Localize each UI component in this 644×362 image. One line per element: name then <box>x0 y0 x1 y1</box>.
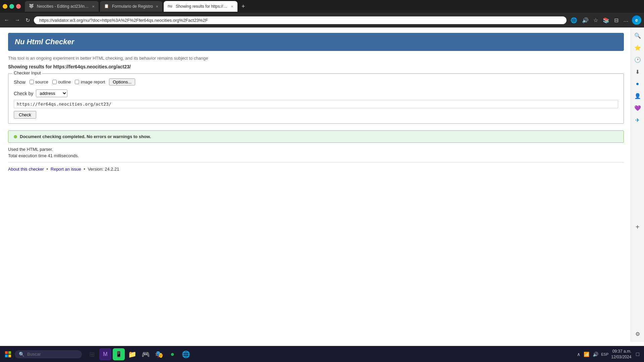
sidebar-history-button[interactable]: 🕐 <box>632 54 643 65</box>
sidebar-settings-bottom-button[interactable]: ⚙ <box>632 328 643 339</box>
notification-button[interactable]: □ <box>634 351 641 358</box>
taskbar-time: 09:37 a.m. <box>611 349 631 354</box>
tab-label-neocities: Neocities - Editing act23/index.h... <box>37 4 89 9</box>
forward-button[interactable]: → <box>13 16 21 24</box>
minimize-button[interactable] <box>3 4 7 9</box>
tab-neocities[interactable]: 🐺 Neocities - Editing act23/index.h... ✕ <box>25 1 99 12</box>
outline-checkbox-label[interactable]: outline <box>52 79 71 84</box>
checker-input-legend: Checker Input <box>12 70 42 75</box>
taskbar-outlook[interactable]: M <box>99 348 111 360</box>
check-by-label: Check by <box>14 91 33 96</box>
url-input[interactable] <box>14 100 618 108</box>
taskbar-search-box[interactable]: 🔍 <box>15 350 82 358</box>
read-aloud-button[interactable]: 🔊 <box>581 16 590 25</box>
outline-checkbox[interactable] <box>52 80 57 84</box>
checker-input-box: Checker Input Show source outline image … <box>8 73 624 124</box>
sidebar-telegram-button[interactable]: ✈ <box>632 115 643 125</box>
taskbar-edge[interactable]: 🌐 <box>180 348 192 360</box>
taskbar-whatsapp[interactable]: 📱 <box>113 348 125 360</box>
address-bar-row: ← → ↻ 🌐 🔊 ☆ 📚 ⊟ … e <box>0 13 644 27</box>
tab-favicon-formulario: 📋 <box>104 4 109 9</box>
taskbar-clock[interactable]: 09:37 a.m. 12/03/2024 <box>611 349 631 360</box>
footer-links: About this checker • Report an issue • V… <box>8 167 624 172</box>
tab-bar: 🐺 Neocities - Editing act23/index.h... ✕… <box>0 0 644 13</box>
image-report-checkbox-label[interactable]: image report <box>75 79 105 84</box>
svg-rect-0 <box>5 351 8 354</box>
sidebar-apps-button[interactable]: ● <box>632 78 643 89</box>
exec-time-text: Total execution time 41 milliseconds. <box>8 153 624 158</box>
edge-profile-icon[interactable]: e <box>632 15 641 25</box>
taskbar-discord[interactable]: 🎭 <box>153 348 165 360</box>
close-button[interactable] <box>16 4 21 9</box>
translate-button[interactable]: 🌐 <box>569 16 579 25</box>
footer-divider <box>8 162 624 163</box>
sidebar-downloads-button[interactable]: ⬇ <box>632 66 643 77</box>
show-row: Show source outline image report Options… <box>14 78 618 85</box>
used-parser-text: Used the HTML parser. <box>8 147 624 152</box>
version-text: Version: 24.2.21 <box>88 167 119 172</box>
taskbar-network-icon[interactable]: 📶 <box>583 351 590 358</box>
svg-rect-1 <box>8 351 11 354</box>
browser-chrome: 🐺 Neocities - Editing act23/index.h... ✕… <box>0 0 644 27</box>
maximize-button[interactable] <box>9 4 14 9</box>
more-tools-button[interactable]: … <box>622 16 630 24</box>
success-indicator <box>14 135 17 138</box>
back-button[interactable]: ← <box>3 16 11 24</box>
success-message: Document checking completed. No errors o… <box>20 134 151 139</box>
sidebar-favorites-button[interactable]: ⭐ <box>632 42 643 53</box>
sidebar-search-button[interactable]: 🔍 <box>632 30 643 41</box>
favorites-button[interactable]: ☆ <box>592 16 599 25</box>
tab-favicon-validator: nu <box>168 4 173 9</box>
source-checkbox[interactable] <box>30 80 34 84</box>
tab-favicon-neocities: 🐺 <box>29 4 34 9</box>
sidebar-wallet-button[interactable]: 💜 <box>632 103 643 113</box>
tab-close-neocities[interactable]: ✕ <box>92 5 95 8</box>
new-tab-button[interactable]: + <box>239 2 248 11</box>
taskbar-search-icon: 🔍 <box>19 352 24 357</box>
image-report-label: image report <box>80 79 105 84</box>
check-button[interactable]: Check <box>14 111 36 119</box>
tab-close-validator[interactable]: ✕ <box>231 5 233 8</box>
tab-formulario[interactable]: 📋 Formulario de Registro ✕ <box>100 1 162 12</box>
taskbar-files[interactable]: 📁 <box>126 348 138 360</box>
source-checkbox-label[interactable]: source <box>30 79 48 84</box>
tab-validator[interactable]: nu Showing results for https://fer64... … <box>164 1 237 12</box>
taskbar-right: ∧ 📶 🔊 ESP 09:37 a.m. 12/03/2024 □ <box>576 349 641 360</box>
outline-label: outline <box>58 79 71 84</box>
taskbar-expand-button[interactable]: ∧ <box>576 351 581 358</box>
collections-button[interactable]: 📚 <box>601 16 611 25</box>
options-button[interactable]: Options... <box>109 78 135 85</box>
svg-rect-2 <box>5 355 8 357</box>
sidebar-profile-button[interactable]: 👤 <box>632 90 643 101</box>
image-report-checkbox[interactable] <box>75 80 79 84</box>
taskbar-volume-icon[interactable]: 🔊 <box>592 351 599 358</box>
page-title: Nu Html Checker <box>15 38 617 46</box>
browser-actions: 🌐 🔊 ☆ 📚 ⊟ … e <box>569 15 641 25</box>
address-bar-input[interactable] <box>34 16 567 24</box>
start-button[interactable] <box>3 349 13 360</box>
success-box: Document checking completed. No errors o… <box>8 130 624 143</box>
taskbar-steam[interactable]: 🎮 <box>140 348 152 360</box>
taskbar-search-input[interactable] <box>27 352 74 357</box>
about-checker-link[interactable]: About this checker <box>8 167 44 172</box>
tab-group: 🐺 Neocities - Editing act23/index.h... ✕… <box>25 1 237 12</box>
taskbar-spotify[interactable]: ● <box>166 348 178 360</box>
footer-sep-1: • <box>47 167 48 172</box>
tab-label-formulario: Formulario de Registro <box>112 4 153 9</box>
show-label: Show <box>14 79 25 85</box>
taskbar: 🔍 ⊞ M 📱 📁 🎮 🎭 ● 🌐 ∧ 📶 🔊 ESP 09:37 a.m. 1… <box>0 346 644 362</box>
sidebar-add-button[interactable]: + <box>632 222 643 232</box>
taskbar-system-icons: ∧ 📶 🔊 ESP <box>576 351 608 358</box>
taskbar-task-view[interactable]: ⊞ <box>86 348 98 360</box>
check-by-row: Check by address file upload text input <box>14 89 618 97</box>
results-title: Showing results for https://fer64qs.neoc… <box>8 64 624 69</box>
svg-rect-3 <box>8 355 11 357</box>
check-by-select[interactable]: address file upload text input <box>36 89 67 97</box>
tab-close-formulario[interactable]: ✕ <box>156 5 158 8</box>
page-content: Nu Html Checker This tool is an ongoing … <box>0 27 644 346</box>
refresh-button[interactable]: ↻ <box>24 16 31 25</box>
split-view-button[interactable]: ⊟ <box>613 16 620 25</box>
taskbar-language: ESP <box>601 352 608 356</box>
report-issue-link[interactable]: Report an issue <box>51 167 81 172</box>
taskbar-apps: ⊞ M 📱 📁 🎮 🎭 ● 🌐 <box>86 348 192 360</box>
